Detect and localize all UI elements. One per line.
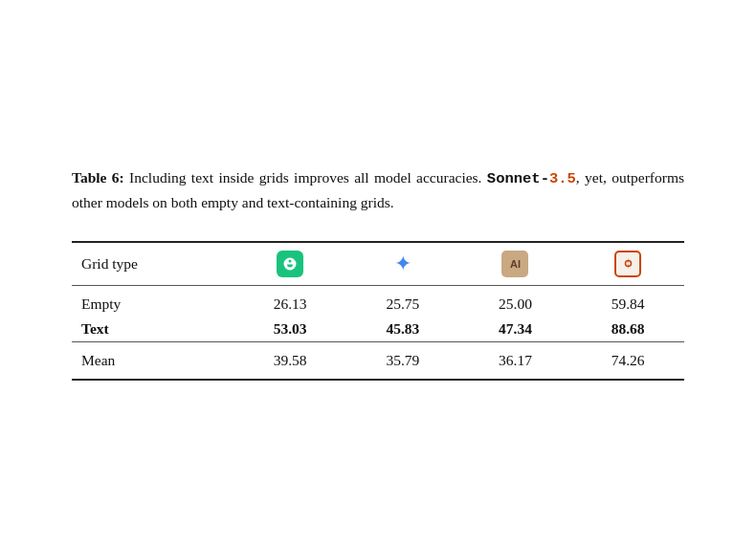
cell-empty-anthropic: 25.00 [459, 285, 572, 317]
row-label-text: Text [72, 317, 233, 342]
cell-empty-gemini: 25.75 [346, 285, 459, 317]
model-name: Sonnet- [487, 170, 549, 187]
row-label-mean: Mean [72, 341, 233, 380]
results-table: Grid type ✦ [72, 241, 684, 381]
col-header-gridtype: Grid type [72, 242, 233, 286]
gemini-icon: ✦ [389, 251, 416, 277]
col-header-sonnet [571, 242, 684, 286]
cell-text-gpt: 53.03 [233, 317, 346, 342]
row-label-empty: Empty [72, 285, 233, 317]
paper-section: Table 6: Including text inside grids imp… [53, 138, 703, 408]
cell-mean-anthropic: 36.17 [459, 341, 572, 380]
table-row: Empty 26.13 25.75 25.00 59.84 [72, 285, 684, 317]
cell-text-sonnet: 88.68 [571, 317, 684, 342]
col-header-gpt [233, 242, 346, 286]
cell-empty-sonnet: 59.84 [571, 285, 684, 317]
gpt-icon [277, 251, 303, 277]
sonnet-icon [614, 251, 641, 277]
table-caption: Table 6: Including text inside grids imp… [72, 166, 684, 213]
cell-text-gemini: 45.83 [346, 317, 459, 342]
cell-mean-sonnet: 74.26 [571, 341, 684, 380]
table-row: Text 53.03 45.83 47.34 88.68 [72, 317, 684, 342]
cell-mean-gpt: 39.58 [233, 341, 346, 380]
col-header-gemini: ✦ [346, 242, 459, 286]
table-label: Table 6: [72, 169, 124, 186]
cell-empty-gpt: 26.13 [233, 285, 346, 317]
table-row: Mean 39.58 35.79 36.17 74.26 [72, 341, 684, 380]
anthropic-icon: AI [501, 251, 528, 277]
col-header-anthropic: AI [459, 242, 572, 286]
caption-text1: Including text inside grids improves all… [124, 169, 487, 186]
cell-mean-gemini: 35.79 [346, 341, 459, 380]
cell-text-anthropic: 47.34 [459, 317, 572, 342]
model-version: 3.5 [549, 170, 576, 187]
